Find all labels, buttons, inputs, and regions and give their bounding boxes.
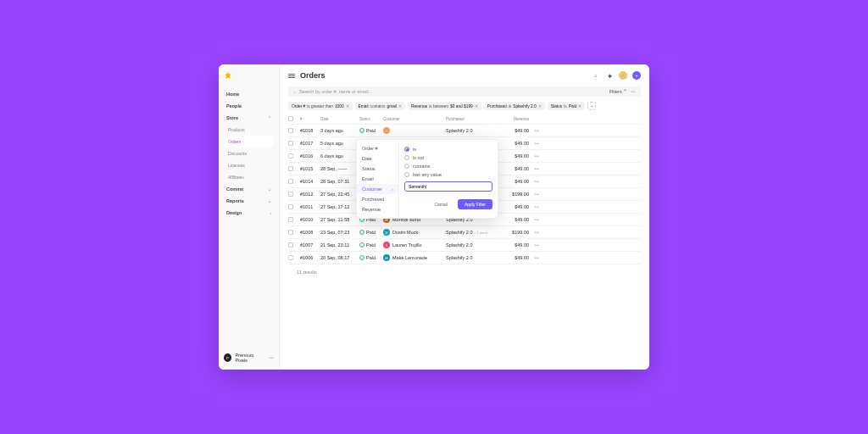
row-menu-icon[interactable]: ••• [531, 179, 539, 184]
chip-remove-icon[interactable]: ✕ [538, 104, 542, 108]
condition-panel: isis notcontainshas any value Cancel App… [399, 140, 498, 218]
filter-popover: Order #DateStatusEmailCustomer›Purchased… [356, 139, 498, 219]
attr-option[interactable]: Email [357, 174, 398, 184]
row-menu-icon[interactable]: ••• [531, 166, 539, 171]
search-glyph-icon: ⌕ [293, 89, 296, 94]
chip-remove-icon[interactable]: ✕ [398, 104, 402, 108]
filter-chip[interactable]: Purchased is Splashify 2.0 ✕ [484, 102, 545, 110]
filter-chip[interactable]: Order # is greater than 1000 ✕ [288, 102, 353, 110]
workspace-name: Premium Pixels [235, 353, 265, 363]
row-checkbox[interactable] [288, 242, 293, 248]
chip-remove-icon[interactable]: ✕ [578, 104, 581, 108]
apply-filter-button[interactable]: Apply Filter [458, 199, 492, 209]
nav-item[interactable]: Home [224, 88, 274, 100]
order-date: 3 days ago [320, 128, 358, 133]
add-filter-button[interactable]: + [587, 102, 596, 110]
row-menu-icon[interactable]: ••• [531, 192, 539, 197]
col-header[interactable]: Revenue [498, 117, 529, 121]
nav-item[interactable]: Licenses [224, 159, 274, 171]
nav-list: HomePeopleStore⌃ProductsOrdersDiscountsL… [224, 88, 274, 219]
nav-item[interactable]: Discounts [224, 147, 274, 159]
row-checkbox[interactable] [288, 141, 293, 146]
filter-chip[interactable]: Revenue is between $0 and $199 ✕ [408, 102, 481, 110]
nav-item[interactable]: Products [224, 124, 274, 136]
condition-option[interactable]: has any value [404, 170, 492, 179]
row-menu-icon[interactable]: ••• [531, 230, 539, 235]
filter-value-input[interactable] [404, 181, 492, 192]
filter-chip[interactable]: Status is Paid ✕ [548, 102, 586, 110]
condition-option[interactable]: contains [404, 162, 492, 170]
order-date: 28 Sep, —— [320, 166, 358, 171]
condition-option[interactable]: is [404, 145, 492, 153]
nav-item[interactable]: Orders [224, 136, 274, 147]
table-row[interactable]: #10183 days agoPaid·Splashify 2.0$49.00•… [288, 125, 641, 137]
nav-item[interactable]: Design› [224, 207, 274, 219]
row-checkbox[interactable] [288, 204, 293, 209]
col-header[interactable]: Purchased [446, 117, 497, 121]
col-header[interactable] [288, 116, 298, 121]
attr-option[interactable]: Customer› [357, 184, 398, 194]
row-checkbox[interactable] [288, 179, 293, 184]
condition-option[interactable]: is not [404, 153, 492, 162]
cancel-button[interactable]: Cancel [427, 199, 454, 209]
attr-option[interactable]: Date [357, 153, 398, 164]
menu-icon[interactable] [288, 74, 295, 78]
search-bar[interactable]: ⌕ Search by order #, name or email... Fi… [288, 86, 641, 97]
row-menu-icon[interactable]: ••• [531, 204, 539, 209]
col-header[interactable]: Date [320, 117, 358, 121]
col-header[interactable]: Status [359, 117, 381, 121]
row-menu-icon[interactable]: ••• [531, 128, 539, 133]
filters-button[interactable]: Filters ⌃ [609, 89, 628, 94]
attr-option[interactable]: Purchased [357, 194, 398, 204]
workspace-menu-icon[interactable]: ••• [269, 355, 274, 360]
nav-item[interactable]: Reports⌄ [224, 195, 274, 207]
chip-remove-icon[interactable]: ✕ [475, 104, 478, 108]
revenue-cell: $49.00 [498, 153, 529, 159]
order-id: #1008 [300, 230, 319, 235]
add-button[interactable]: + [632, 71, 641, 80]
row-checkbox[interactable] [288, 166, 293, 171]
search-more-icon[interactable]: ••• [631, 89, 636, 94]
customer-cell: DDustin Mock [383, 229, 444, 236]
order-id: #1014 [300, 179, 319, 184]
order-id: #1010 [300, 217, 319, 222]
settings-icon[interactable]: ✱ [605, 71, 614, 80]
row-menu-icon[interactable]: ••• [531, 242, 539, 248]
chip-remove-icon[interactable]: ✕ [346, 104, 349, 108]
attr-option[interactable]: Revenue [357, 204, 398, 214]
nav-item[interactable]: Affiliates [224, 171, 274, 183]
row-menu-icon[interactable]: ••• [531, 255, 539, 260]
attr-option[interactable]: Status [357, 164, 398, 174]
table-row[interactable]: #100823 Sep, 07:23PaidDDustin MockSplash… [288, 226, 641, 239]
row-menu-icon[interactable]: ••• [531, 217, 539, 222]
row-menu-icon[interactable]: ••• [531, 153, 539, 159]
search-placeholder: Search by order #, name or email... [299, 89, 372, 94]
row-checkbox[interactable] [288, 153, 293, 159]
nav-item[interactable]: Store⌃ [224, 112, 274, 124]
revenue-cell: $49.00 [498, 141, 529, 146]
purchased-cell: Splashify 2.0 [446, 242, 497, 248]
col-header[interactable]: Customer [383, 117, 444, 121]
row-menu-icon[interactable]: ••• [531, 141, 539, 146]
order-date: 21 Sep, 23:11 [320, 242, 358, 248]
nav-item[interactable]: Comms⌄ [224, 183, 274, 195]
order-id: #1012 [300, 192, 319, 197]
col-header[interactable]: # [300, 117, 319, 121]
table-header: #DateStatusCustomerPurchasedRevenue [288, 114, 641, 125]
row-checkbox[interactable] [288, 230, 293, 235]
filter-chip[interactable]: Email contains gmail ✕ [355, 102, 405, 110]
customer-cell: · [383, 127, 444, 134]
search-icon[interactable]: ⌕ [592, 71, 600, 80]
row-checkbox[interactable] [288, 255, 293, 260]
table-row[interactable]: #100721 Sep, 23:11PaidLLauren TrujilloSp… [288, 239, 641, 252]
row-checkbox[interactable] [288, 217, 293, 222]
row-checkbox[interactable] [288, 128, 293, 133]
user-avatar[interactable]: ∙ [619, 71, 627, 80]
revenue-cell: $49.00 [498, 166, 529, 171]
customer-cell: LLauren Trujillo [383, 242, 444, 248]
nav-item[interactable]: People [224, 100, 274, 112]
attr-option[interactable]: Order # [357, 143, 398, 153]
row-checkbox[interactable] [288, 192, 293, 197]
sidebar-footer[interactable]: P Premium Pixels ••• [224, 346, 274, 363]
table-row[interactable]: #100620 Sep, 08:17PaidMMake LemonadeSpla… [288, 252, 641, 264]
